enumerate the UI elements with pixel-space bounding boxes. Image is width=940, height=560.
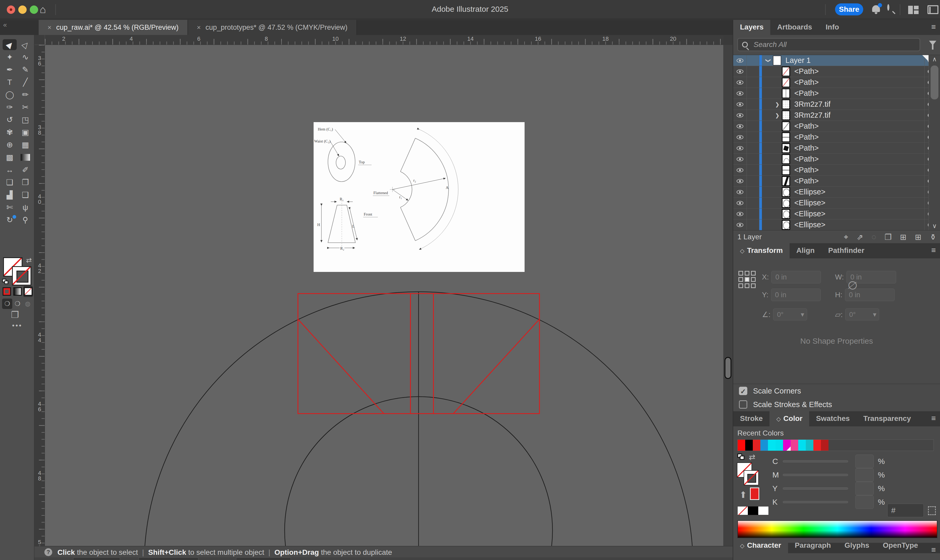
scroll-up-icon[interactable]: ∧	[929, 55, 940, 63]
panel-collapse-icon[interactable]: ◇	[740, 248, 744, 254]
stroke-swatch[interactable]	[744, 470, 759, 485]
layer-thumbnail[interactable]	[782, 99, 790, 109]
scrollbar-thumb[interactable]	[931, 66, 938, 99]
scale-strokes-option[interactable]: Scale Strokes & Effects	[733, 398, 940, 411]
free-transform-tool[interactable]: ▣	[18, 127, 32, 138]
lock-column[interactable]	[747, 99, 759, 109]
slider-track[interactable]	[783, 460, 848, 462]
visibility-toggle[interactable]	[733, 132, 747, 143]
layer-label[interactable]: <Path>	[794, 122, 819, 131]
recent-color-swatch[interactable]	[798, 440, 806, 451]
disclosure-chevron-icon[interactable]: ❯	[773, 112, 782, 118]
default-fill-stroke-icon[interactable]	[737, 454, 745, 460]
mesh-tool[interactable]: ▩	[3, 152, 17, 163]
perspective-grid-tool[interactable]: ▦	[18, 139, 32, 150]
layer-thumbnail[interactable]	[773, 55, 781, 66]
selection-tool[interactable]: ▶	[3, 39, 17, 50]
white-swatch[interactable]	[758, 506, 769, 515]
layer-row[interactable]: ❯Layer 1	[733, 55, 940, 66]
search-icon[interactable]: ◌	[872, 232, 876, 242]
vertical-ruler[interactable]: 3638404244464850	[34, 45, 45, 546]
tab-transform[interactable]: ◇Transform	[733, 243, 790, 258]
layer-row[interactable]: <Path>	[733, 175, 940, 186]
layer-thumbnail[interactable]	[782, 66, 790, 77]
tab-swatches[interactable]: Swatches	[809, 411, 857, 426]
black-swatch[interactable]	[748, 506, 758, 515]
swap-fill-stroke-icon[interactable]: ⇄	[26, 256, 32, 265]
shaper-tool[interactable]: ✑	[3, 102, 17, 113]
slider-track[interactable]	[783, 488, 848, 489]
recent-color-swatch[interactable]	[791, 440, 798, 451]
layer-thumbnail[interactable]	[782, 209, 790, 219]
recent-color-swatch[interactable]	[738, 440, 745, 451]
layer-thumbnail[interactable]	[782, 198, 790, 208]
lock-column[interactable]	[747, 197, 759, 208]
share-button[interactable]: Share	[835, 3, 863, 15]
visibility-toggle[interactable]	[733, 55, 747, 66]
slider-value-input[interactable]	[855, 495, 874, 509]
lock-column[interactable]	[747, 110, 759, 120]
pen-tool[interactable]: ✒	[3, 64, 17, 75]
tab-artboards[interactable]: Artboards	[770, 20, 819, 35]
draw-behind-button[interactable]: ❍	[12, 298, 22, 309]
layer-thumbnail[interactable]	[782, 176, 790, 186]
recent-color-swatch[interactable]	[745, 440, 753, 451]
visibility-toggle[interactable]	[733, 110, 747, 120]
stroke-swatch[interactable]	[12, 266, 31, 286]
layer-label[interactable]: 3Rm2z7.tif	[794, 111, 831, 120]
zoom-tool[interactable]: ⚲	[18, 214, 32, 225]
w-field[interactable]: W:0 in	[835, 271, 896, 283]
lock-column[interactable]	[747, 88, 759, 98]
layer-row[interactable]: <Path>	[733, 77, 940, 88]
lock-column[interactable]	[747, 220, 759, 230]
visibility-toggle[interactable]	[733, 99, 747, 109]
gamut-color-swatch[interactable]	[750, 488, 759, 500]
out-of-gamut-icon[interactable]: ⬆	[740, 489, 747, 500]
default-fill-stroke-icon[interactable]	[2, 279, 9, 285]
gradient-paint-button[interactable]	[13, 286, 22, 297]
layer-thumbnail[interactable]	[782, 165, 790, 175]
layer-row[interactable]: ❯3Rm2z7.tif	[733, 99, 940, 110]
ruler-origin-corner[interactable]	[34, 35, 45, 45]
lock-column[interactable]	[747, 77, 759, 88]
layer-thumbnail[interactable]	[782, 132, 790, 142]
layer-row[interactable]: ❯3Rm2z7.tif	[733, 110, 940, 121]
layer-row[interactable]: <Ellipse>	[733, 220, 940, 230]
layer-label[interactable]: <Ellipse>	[794, 188, 825, 196]
locate-object-icon[interactable]: ⌖	[844, 232, 848, 242]
y-field[interactable]: Y:0 in	[762, 289, 821, 301]
visibility-toggle[interactable]	[733, 165, 747, 175]
lock-column[interactable]	[747, 165, 759, 175]
rotate-view-tool[interactable]: ↻	[3, 214, 17, 225]
visibility-toggle[interactable]	[733, 121, 747, 132]
layer-label[interactable]: <Path>	[794, 144, 819, 152]
recent-color-swatch[interactable]	[760, 440, 768, 451]
direct-selection-tool[interactable]: ▷	[18, 39, 32, 50]
close-tab-icon[interactable]: ×	[197, 23, 201, 32]
eyedropper-tool[interactable]: ✐	[18, 165, 32, 175]
visibility-toggle[interactable]	[733, 88, 747, 98]
symbol-sprayer-tool[interactable]: ❐	[18, 177, 32, 188]
column-graph-tool[interactable]: ▟	[3, 189, 17, 200]
layer-thumbnail[interactable]	[782, 154, 790, 164]
layer-thumbnail[interactable]	[782, 187, 790, 197]
panel-collapse-icon[interactable]: ◇	[740, 543, 744, 549]
layer-label[interactable]: <Ellipse>	[794, 198, 825, 207]
scissors-tool[interactable]: ✂	[18, 102, 32, 113]
visibility-toggle[interactable]	[733, 186, 747, 197]
magic-wand-tool[interactable]: ✦	[3, 52, 17, 63]
tab-glyphs[interactable]: Glyphs	[838, 543, 876, 553]
hand-tool[interactable]: ψ	[18, 202, 32, 213]
slider-value-input[interactable]	[855, 468, 874, 482]
lock-column[interactable]	[747, 66, 759, 77]
none-swatch[interactable]	[738, 506, 748, 515]
layer-row[interactable]: <Ellipse>	[733, 197, 940, 209]
line-segment-tool[interactable]: ╱	[18, 77, 32, 88]
layer-thumbnail[interactable]	[782, 143, 790, 153]
layer-label[interactable]: <Path>	[794, 166, 819, 174]
visibility-toggle[interactable]	[733, 197, 747, 208]
tab-stroke[interactable]: Stroke	[733, 411, 769, 426]
panel-menu-icon[interactable]: ≡	[931, 22, 936, 31]
layer-thumbnail[interactable]	[782, 88, 790, 98]
layer-thumbnail[interactable]	[782, 77, 790, 88]
